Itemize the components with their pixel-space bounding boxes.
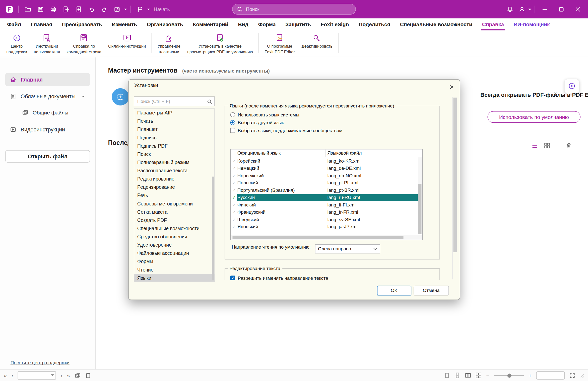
- start-label[interactable]: Начать: [154, 6, 170, 12]
- open-file-icon[interactable]: [22, 3, 33, 15]
- menu-organize[interactable]: Организовать: [142, 18, 188, 30]
- menu-comment[interactable]: Комментарий: [188, 18, 233, 30]
- category-item[interactable]: Удостоверение: [134, 241, 214, 249]
- export-icon[interactable]: [60, 3, 71, 15]
- menu-convert[interactable]: Преобразовать: [57, 18, 107, 30]
- category-item[interactable]: Полноэкранный режим: [134, 158, 214, 167]
- edit-tool-tile-icon[interactable]: [112, 88, 129, 105]
- category-item[interactable]: Поиск: [134, 150, 214, 158]
- scrollbar-thumb[interactable]: [233, 236, 404, 239]
- page-number-input[interactable]: [18, 371, 56, 380]
- page-dropdown-icon[interactable]: [51, 374, 54, 376]
- redo-icon[interactable]: [99, 3, 110, 15]
- ribbon-manage-plugins-button[interactable]: Управление плагинами: [154, 30, 184, 54]
- next-page-button[interactable]: ›: [61, 373, 63, 378]
- category-item[interactable]: Специальные возможности: [134, 224, 214, 233]
- category-item[interactable]: Серверы меток времени: [134, 200, 214, 208]
- single-page-view-icon[interactable]: [444, 373, 450, 379]
- ribbon-set-default-viewer-button[interactable]: Установить в качестве просмотрщика PDF п…: [184, 30, 256, 54]
- column-header[interactable]: Официальный язык: [231, 149, 326, 157]
- table-horizontal-scrollbar[interactable]: [231, 235, 422, 240]
- resize-grip[interactable]: [580, 373, 584, 378]
- global-search-input[interactable]: [245, 6, 351, 12]
- menu-home[interactable]: Главная: [26, 18, 57, 30]
- language-row[interactable]: Японскийlang_ja-JP.xml: [231, 223, 418, 230]
- table-vertical-scrollbar[interactable]: [418, 157, 422, 234]
- category-item[interactable]: Чтение: [134, 266, 214, 274]
- column-header[interactable]: Языковой файл: [326, 151, 422, 156]
- ribbon-about-button[interactable]: О программе Foxit PDF Editor: [261, 30, 298, 54]
- dialog-search-input[interactable]: [134, 97, 210, 106]
- global-search-field[interactable]: [232, 4, 356, 15]
- cancel-button[interactable]: Отмена: [414, 286, 449, 295]
- list-view-icon[interactable]: [531, 142, 538, 149]
- minimize-button[interactable]: [537, 3, 553, 15]
- menu-form[interactable]: Форма: [253, 18, 281, 30]
- scrollbar-thumb[interactable]: [453, 97, 457, 252]
- sidebar-item-shared-files[interactable]: Общие файлы: [17, 107, 90, 118]
- continuous-view-icon[interactable]: [455, 373, 461, 379]
- menu-help[interactable]: Справка: [477, 18, 509, 30]
- language-row[interactable]: Норвежскийlang_nb-NO.xml: [231, 172, 418, 179]
- clipboard-icon[interactable]: [85, 373, 91, 379]
- menu-edit[interactable]: Изменить: [107, 18, 142, 30]
- scrollbar-thumb[interactable]: [212, 177, 214, 281]
- first-page-button[interactable]: «: [4, 373, 7, 378]
- radio-choose-language[interactable]: Выбрать другой язык: [230, 119, 342, 127]
- menu-view[interactable]: Вид: [233, 18, 253, 30]
- scrollbar-thumb[interactable]: [418, 184, 422, 234]
- category-item[interactable]: Создать PDF: [134, 216, 214, 224]
- save-icon[interactable]: [35, 3, 46, 15]
- language-row[interactable]: Польскийlang_pl-PL.xml: [231, 179, 418, 187]
- panel-scrollbar[interactable]: [452, 97, 457, 279]
- checkbox-allow-text-direction[interactable]: Разрешить изменять направление текста: [230, 274, 328, 280]
- category-item[interactable]: Редактирование: [134, 175, 214, 183]
- category-item[interactable]: Рецензирование: [134, 183, 214, 191]
- category-item[interactable]: Речь: [134, 191, 214, 200]
- new-page-icon[interactable]: [73, 3, 84, 15]
- category-item[interactable]: Подпись PDF: [134, 142, 214, 150]
- ok-button[interactable]: OK: [377, 286, 411, 295]
- category-item[interactable]: Файловые ассоциации: [134, 249, 214, 258]
- menu-protect[interactable]: Защитить: [281, 18, 316, 30]
- category-item[interactable]: Формы: [134, 258, 214, 266]
- snapshot-icon[interactable]: [74, 373, 80, 379]
- checkbox-community-languages[interactable]: Выбрать языки, поддерживаемые сообщество…: [230, 126, 342, 134]
- zoom-out-button[interactable]: −: [486, 373, 489, 378]
- reading-direction-dropdown[interactable]: Слева направо: [315, 244, 380, 253]
- category-item[interactable]: Планшет: [134, 125, 214, 134]
- dialog-search-field[interactable]: [134, 96, 215, 106]
- use-as-default-button[interactable]: Использовать по умолчанию: [487, 111, 580, 123]
- close-button[interactable]: [570, 3, 586, 15]
- category-item[interactable]: Параметры AIP: [134, 109, 214, 117]
- trash-icon[interactable]: [566, 142, 572, 149]
- support-center-link[interactable]: Посетите центр поддержки: [10, 360, 69, 365]
- share-icon[interactable]: [111, 3, 123, 15]
- ribbon-user-manual-button[interactable]: Инструкции пользователя: [30, 30, 63, 54]
- language-row[interactable]: Корейскийlang_ko-KR.xml: [231, 157, 418, 165]
- facing-continuous-view-icon[interactable]: [476, 373, 482, 379]
- radio-use-system-language[interactable]: Использовать язык системы: [230, 111, 342, 119]
- language-row[interactable]: Португальский (Бразилия)lang_pt-BR.xml: [231, 187, 418, 194]
- account-avatar-icon[interactable]: [516, 3, 527, 15]
- language-row-selected[interactable]: Русскийlang_ru-RU.xml: [231, 194, 418, 201]
- maximize-button[interactable]: [553, 3, 569, 15]
- dialog-close-button[interactable]: [447, 83, 455, 91]
- zoom-value-box[interactable]: [536, 371, 565, 380]
- notifications-bell-icon[interactable]: [504, 3, 516, 15]
- menu-ai-assistant[interactable]: ИИ-помощник: [509, 18, 555, 30]
- open-file-button[interactable]: Открыть файл: [5, 150, 90, 163]
- category-item[interactable]: Распознавание текста: [134, 167, 214, 175]
- sidebar-item-video-tutorials[interactable]: Видеоинструкции: [5, 123, 90, 136]
- category-item[interactable]: Средство обновления: [134, 233, 214, 241]
- share-dropdown-icon[interactable]: [124, 8, 127, 10]
- start-flag-icon[interactable]: [134, 3, 145, 15]
- chevron-down-icon[interactable]: [82, 96, 85, 97]
- category-item-selected[interactable]: Языки: [134, 274, 214, 282]
- ribbon-online-tutorials-button[interactable]: Онлайн-инструкции: [105, 30, 149, 49]
- language-row[interactable]: Французскийlang_fr-FR.xml: [231, 208, 418, 216]
- category-item[interactable]: Сетка макета: [134, 208, 214, 216]
- menu-accessibility[interactable]: Специальные возможности: [395, 18, 477, 30]
- zoom-slider-thumb[interactable]: [508, 373, 512, 378]
- zoom-slider[interactable]: [494, 373, 524, 378]
